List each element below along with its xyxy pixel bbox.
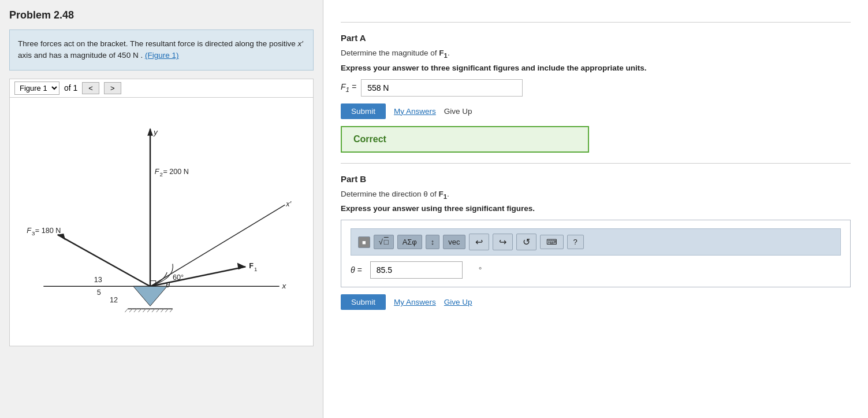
figure-area: x y F 2 = 200 N x′ F 1 60°	[9, 98, 314, 346]
svg-text:y: y	[153, 127, 158, 136]
toolbar-keyboard-btn[interactable]: ⌨	[540, 235, 564, 249]
part-b-instruction: Express your answer using three signific…	[341, 204, 851, 213]
part-b-my-answers-link[interactable]: My Answers	[394, 298, 436, 306]
svg-text:60°: 60°	[173, 273, 184, 281]
part-a-description: Determine the magnitude of F1.	[341, 49, 851, 59]
svg-text:3: 3	[32, 230, 35, 236]
svg-text:1: 1	[254, 266, 257, 272]
figure-select[interactable]: Figure 1	[14, 82, 59, 95]
degree-symbol: °	[479, 265, 482, 275]
figure-controls: Figure 1 of 1 < >	[9, 79, 314, 98]
svg-text:= 200 N: = 200 N	[163, 167, 189, 175]
right-panel: Part A Determine the magnitude of F1. Ex…	[323, 0, 868, 418]
svg-text:12: 12	[110, 295, 118, 304]
toolbar-undo-btn[interactable]: ↩	[469, 234, 489, 250]
part-b-toolbar: ■ √□ ΑΣφ ↕ vec ↩ ↪ ↺ ⌨ ?	[351, 228, 841, 256]
part-b-answer-box: ■ √□ ΑΣφ ↕ vec ↩ ↪ ↺ ⌨ ? θ = °	[341, 220, 851, 287]
correct-box: Correct	[341, 126, 589, 153]
svg-text:= 180 N: = 180 N	[35, 226, 61, 234]
toolbar-help-btn[interactable]: ?	[567, 235, 584, 249]
theta-label: θ =	[351, 265, 362, 275]
part-a-my-answers-link[interactable]: My Answers	[394, 107, 436, 116]
toolbar-refresh-btn[interactable]: ↺	[516, 234, 537, 250]
problem-description: Three forces act on the bracket. The res…	[9, 29, 314, 71]
part-b-label: Part B	[341, 174, 851, 184]
part-a-instruction: Express your answer to three significant…	[341, 64, 851, 72]
svg-text:F: F	[249, 262, 254, 270]
part-a-answer-label: F1 =	[341, 82, 356, 93]
toolbar-square-btn[interactable]: ■	[358, 236, 370, 248]
left-panel: Problem 2.48 Three forces act on the bra…	[0, 0, 323, 418]
svg-text:F: F	[155, 167, 160, 175]
toolbar-redo-btn[interactable]: ↪	[493, 234, 513, 250]
figure-of-label: of 1	[64, 83, 77, 93]
part-b-answer-input-row: θ = °	[351, 261, 841, 279]
toolbar-vec-btn[interactable]: vec	[443, 235, 465, 249]
svg-text:13: 13	[94, 275, 102, 283]
part-b-description: Determine the direction θ of F1.	[341, 190, 851, 200]
desc-axis: x′	[298, 39, 303, 48]
part-b-give-up-link[interactable]: Give Up	[444, 298, 472, 306]
part-b-action-row: Submit My Answers Give Up	[341, 294, 851, 310]
desc-part2: axis and has a magnitude of 450 N .	[18, 51, 145, 60]
svg-text:F: F	[27, 226, 32, 234]
toolbar-sqrt-btn[interactable]: √□	[374, 235, 394, 249]
part-b-answer-input[interactable]	[370, 261, 463, 279]
part-a-answer-input[interactable]	[361, 79, 523, 97]
divider-mid	[341, 163, 851, 164]
part-a-submit-btn[interactable]: Submit	[341, 103, 386, 119]
part-a-answer-row: F1 =	[341, 79, 851, 97]
toolbar-alpha-sigma-phi-btn[interactable]: ΑΣφ	[397, 235, 422, 249]
problem-title: Problem 2.48	[9, 9, 314, 21]
svg-text:θ: θ	[166, 281, 170, 289]
toolbar-arrows-btn[interactable]: ↕	[426, 235, 440, 249]
figure-next-btn[interactable]: >	[104, 82, 121, 94]
desc-part1: Three forces act on the bracket. The res…	[18, 39, 298, 48]
part-b-submit-btn[interactable]: Submit	[341, 294, 386, 310]
figure-prev-btn[interactable]: <	[82, 82, 99, 94]
svg-text:5: 5	[97, 288, 101, 296]
figure-svg: x y F 2 = 200 N x′ F 1 60°	[10, 98, 313, 346]
svg-text:x: x	[282, 282, 287, 290]
figure-link[interactable]: (Figure 1)	[145, 51, 179, 60]
svg-rect-0	[10, 101, 313, 342]
part-a-action-row: Submit My Answers Give Up	[341, 103, 851, 119]
part-a-label: Part A	[341, 33, 851, 43]
svg-text:2: 2	[160, 171, 163, 177]
divider-top	[341, 22, 851, 23]
svg-text:x′: x′	[285, 200, 291, 208]
part-a-give-up-link[interactable]: Give Up	[444, 107, 472, 116]
